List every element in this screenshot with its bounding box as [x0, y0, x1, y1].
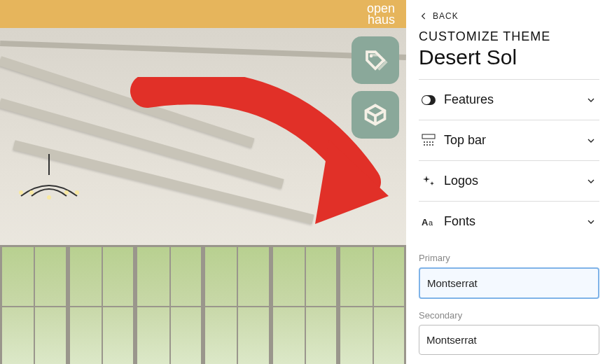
back-button[interactable]: BACK — [419, 8, 459, 24]
group-header-logos[interactable]: Logos — [419, 161, 599, 201]
primary-font-input[interactable] — [419, 267, 599, 299]
chevron-down-icon — [585, 176, 597, 187]
cube-icon — [363, 102, 388, 127]
windows — [0, 245, 406, 364]
group-features: Features — [419, 79, 599, 120]
group-topbar: Top bar — [419, 120, 599, 160]
tag-button[interactable] — [352, 36, 399, 84]
tag-icon — [363, 48, 388, 73]
svg-point-13 — [426, 144, 428, 146]
window-pane — [135, 245, 203, 364]
svg-point-2 — [29, 190, 34, 195]
group-header-fonts[interactable]: Aa Fonts — [419, 202, 599, 241]
secondary-font-label: Secondary — [419, 310, 599, 321]
svg-point-5 — [75, 190, 79, 195]
svg-point-8 — [424, 141, 425, 143]
svg-point-1 — [19, 190, 23, 195]
back-label: BACK — [433, 11, 459, 21]
sparkle-icon — [422, 174, 436, 188]
group-title: Fonts — [444, 214, 577, 229]
window-pane — [203, 245, 271, 364]
chevron-down-icon — [585, 94, 597, 106]
group-fonts: Aa Fonts — [419, 201, 599, 241]
room-scene — [0, 28, 406, 364]
window-pane — [68, 245, 136, 364]
preview-topbar: open haus — [0, 0, 406, 28]
group-header-features[interactable]: Features — [419, 80, 599, 120]
group-title: Logos — [444, 174, 577, 188]
svg-point-14 — [429, 144, 431, 146]
secondary-font-input[interactable] — [419, 325, 599, 355]
group-title: Top bar — [444, 133, 577, 148]
svg-point-3 — [47, 195, 51, 200]
svg-text:a: a — [429, 218, 433, 227]
chevron-down-icon — [585, 216, 597, 227]
primary-font-label: Primary — [419, 253, 599, 263]
group-header-topbar[interactable]: Top bar — [419, 120, 599, 160]
theme-name: Desert Sol — [419, 46, 599, 69]
svg-point-10 — [429, 141, 431, 143]
ceiling-ridge — [0, 41, 406, 60]
brand-logo: open haus — [367, 3, 395, 25]
svg-point-4 — [64, 190, 69, 195]
brand-line2: haus — [367, 14, 395, 25]
svg-point-11 — [432, 141, 433, 143]
font-icon: Aa — [422, 215, 436, 229]
svg-point-12 — [424, 144, 425, 146]
chandelier — [7, 154, 91, 217]
chevron-down-icon — [585, 135, 597, 146]
window-pane — [0, 245, 68, 364]
chevron-left-icon — [419, 11, 429, 21]
svg-rect-7 — [422, 134, 435, 139]
secondary-tool-button[interactable] — [352, 91, 399, 139]
group-title: Features — [444, 92, 577, 107]
section-label: CUSTOMIZE THEME — [419, 29, 599, 44]
tool-buttons — [352, 36, 399, 139]
grid-icon — [422, 134, 436, 148]
svg-text:A: A — [422, 217, 429, 227]
preview-pane: open haus — [0, 0, 406, 364]
group-logos: Logos — [419, 160, 599, 201]
svg-point-15 — [432, 144, 433, 146]
window-pane — [271, 245, 339, 364]
window-pane — [338, 245, 406, 364]
customize-panel: BACK CUSTOMIZE THEME Desert Sol Features… — [406, 0, 612, 364]
svg-point-9 — [426, 141, 428, 143]
toggle-icon — [422, 93, 436, 107]
